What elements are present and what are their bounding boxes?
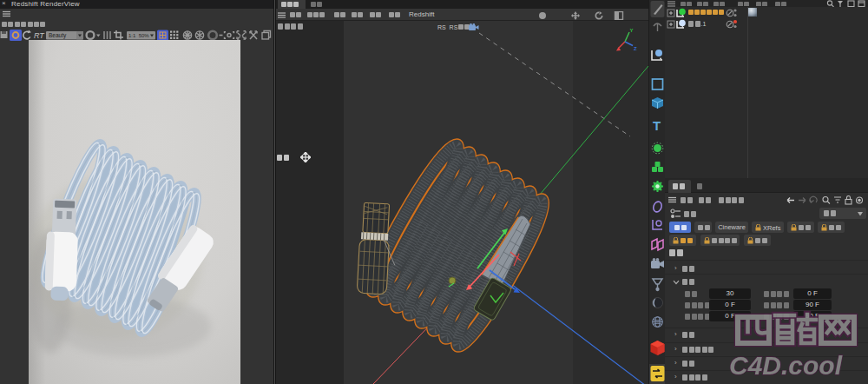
svg-text:C4D.cool: C4D.cool	[729, 351, 843, 380]
svg-text:Beauty: Beauty	[49, 32, 67, 39]
svg-text:RT: RT	[34, 31, 45, 40]
svg-text:1:1 50%: 1:1 50%	[128, 33, 149, 38]
svg-text:T: T	[653, 118, 661, 133]
svg-text:Y: Y	[630, 28, 634, 33]
svg-text:Z: Z	[634, 46, 637, 51]
